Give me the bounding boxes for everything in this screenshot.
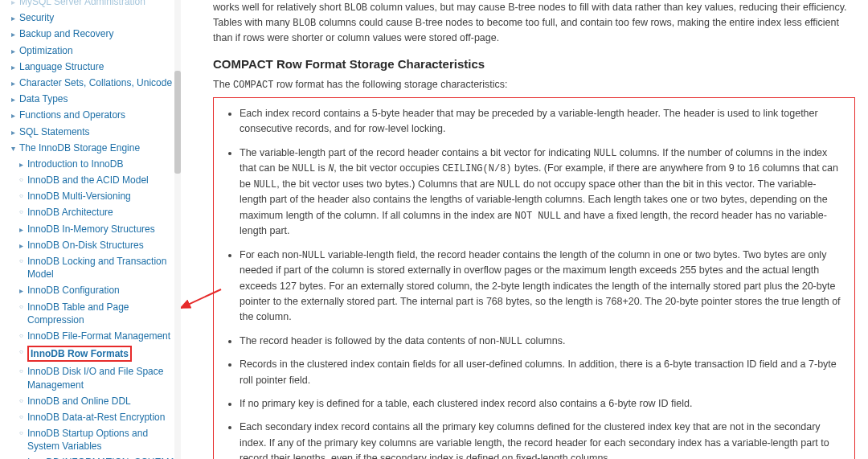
- scrollbar-thumb[interactable]: [174, 71, 181, 174]
- bullet-item: Records in the clustered index contain f…: [240, 357, 843, 388]
- chevron-right-icon: ▸: [11, 29, 19, 40]
- section-heading: COMPACT Row Format Storage Characteristi…: [213, 57, 855, 71]
- chevron-down-icon: ▾: [11, 143, 19, 154]
- scrollbar-track[interactable]: [174, 0, 181, 459]
- bullet-icon: ○: [19, 208, 27, 217]
- bullet-item: The variable-length part of the record h…: [240, 145, 843, 240]
- nav-item[interactable]: ▸Backup and Recovery: [11, 26, 176, 42]
- nav-item[interactable]: ▸Data Types: [11, 91, 176, 107]
- nav-subitem[interactable]: ○InnoDB Architecture: [19, 204, 176, 220]
- bullet-icon: ○: [19, 413, 27, 422]
- bullet-icon: ○: [19, 176, 27, 185]
- doc-content: works well for relatively short BLOB col…: [181, 0, 868, 459]
- nav-item[interactable]: ▸Functions and Operators: [11, 107, 176, 123]
- nav-subitem[interactable]: ○InnoDB Data-at-Rest Encryption: [19, 409, 176, 425]
- intro-paragraph: works well for relatively short BLOB col…: [213, 0, 855, 46]
- bullet-icon: ○: [19, 429, 27, 438]
- nav-expanded[interactable]: ▾ The InnoDB Storage Engine: [11, 140, 176, 156]
- chevron-right-icon: ▸: [19, 159, 27, 170]
- chevron-right-icon: ▸: [11, 62, 19, 73]
- bullet-icon: ○: [19, 303, 27, 312]
- chevron-right-icon: ▸: [19, 224, 27, 236]
- nav-item[interactable]: ▸Character Sets, Collations, Unicode: [11, 75, 176, 91]
- bullet-icon: ○: [19, 332, 27, 341]
- chevron-right-icon: ▸: [19, 240, 27, 252]
- chevron-right-icon: ▸: [11, 127, 19, 138]
- nav-subitem[interactable]: ▸InnoDB On-Disk Structures: [19, 237, 176, 253]
- nav-subitem[interactable]: ▸InnoDB In-Memory Structures: [19, 221, 176, 237]
- nav-item[interactable]: ▸Language Structure: [11, 59, 176, 75]
- bullet-icon: ○: [19, 192, 27, 201]
- nav-subitem[interactable]: ○InnoDB Table and Page Compression: [19, 299, 176, 328]
- nav-subitem[interactable]: ○InnoDB Disk I/O and File Space Manageme…: [19, 363, 176, 392]
- nav-subitem[interactable]: ○InnoDB Row Formats: [19, 344, 176, 363]
- bullet-icon: ○: [19, 397, 27, 406]
- nav-subitem[interactable]: ○InnoDB File-Format Management: [19, 328, 176, 344]
- chevron-right-icon: ▸: [11, 13, 19, 24]
- bullet-icon: ○: [19, 257, 27, 266]
- bullet-icon: ○: [19, 348, 27, 357]
- chevron-right-icon: ▸: [11, 0, 19, 8]
- bullet-icon: ○: [19, 367, 27, 376]
- chevron-right-icon: ▸: [11, 110, 19, 121]
- nav-item[interactable]: ▸SQL Statements: [11, 124, 176, 140]
- nav-subitem[interactable]: ○InnoDB and the ACID Model: [19, 172, 176, 188]
- chevron-right-icon: ▸: [11, 94, 19, 105]
- characteristics-box: Each index record contains a 5-byte head…: [213, 97, 855, 459]
- chevron-right-icon: ▸: [11, 46, 19, 57]
- doc-sidebar: ▸MySQL Server Administration▸Security▸Ba…: [0, 0, 181, 459]
- nav-subitem[interactable]: ▸Introduction to InnoDB: [19, 156, 176, 172]
- nav-subitem[interactable]: ○InnoDB and Online DDL: [19, 393, 176, 409]
- nav-subitem[interactable]: ○InnoDB Startup Options and System Varia…: [19, 425, 176, 454]
- nav-subitem[interactable]: ○InnoDB INFORMATION_SCHEMA Tables: [19, 454, 176, 459]
- chevron-right-icon: ▸: [19, 285, 27, 297]
- bullet-item: The record header is followed by the dat…: [240, 334, 843, 350]
- bullet-item: If no primary key is defined for a table…: [240, 396, 843, 412]
- bullet-item: Each secondary index record contains all…: [240, 420, 843, 459]
- nav-item[interactable]: ▸Security: [11, 10, 176, 26]
- nav-item[interactable]: ▸Optimization: [11, 43, 176, 59]
- bullet-item: For each non-NULL variable-length field,…: [240, 248, 843, 326]
- nav-item[interactable]: ▸MySQL Server Administration: [11, 0, 176, 10]
- chevron-right-icon: ▸: [11, 78, 19, 89]
- nav-subitem[interactable]: ○InnoDB Locking and Transaction Model: [19, 253, 176, 282]
- lead-text: The COMPACT row format has the following…: [213, 79, 855, 91]
- nav-subitem[interactable]: ○InnoDB Multi-Versioning: [19, 188, 176, 204]
- nav-subitem[interactable]: ▸InnoDB Configuration: [19, 282, 176, 298]
- bullet-item: Each index record contains a 5-byte head…: [240, 106, 843, 137]
